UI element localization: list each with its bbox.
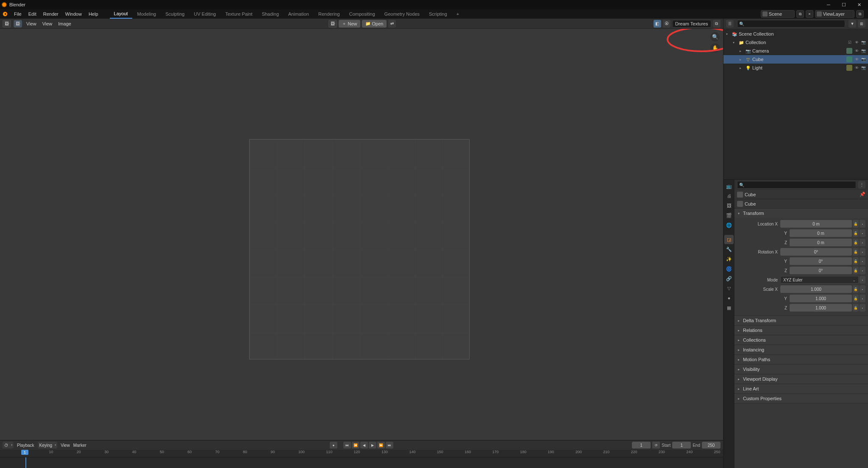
workspace-tab-modeling[interactable]: Modeling [133, 9, 161, 19]
tab-object-icon[interactable]: ◲ [724, 235, 734, 244]
properties-crumb-1[interactable]: Cube📌 [734, 190, 868, 199]
window-minimize-button[interactable]: ─ [821, 0, 836, 9]
outliner-item-light[interactable]: ▸💡 Light 👁📷 [723, 64, 868, 72]
playhead[interactable] [25, 457, 26, 468]
menu-window[interactable]: Window [62, 9, 85, 19]
timeline-keying[interactable]: Keying [38, 442, 58, 448]
outliner-filter-icon[interactable]: ▼ [849, 20, 856, 28]
scene-pin-button[interactable]: × [806, 10, 813, 18]
tab-scene-icon[interactable]: 🎬 [724, 211, 734, 220]
editor-mode-dropdown[interactable]: 🖼 [14, 20, 22, 28]
end-frame-field[interactable]: 250 [702, 442, 721, 448]
eye-icon[interactable]: 👁 [854, 56, 860, 62]
tab-world-icon[interactable]: 🌐 [724, 220, 734, 230]
menu-help[interactable]: Help [86, 9, 101, 19]
link-toggle-icon[interactable]: ⇄ [388, 20, 396, 28]
outliner-new-collection-icon[interactable]: ⊞ [858, 20, 865, 28]
menu-edit[interactable]: Edit [25, 9, 39, 19]
field-location-z[interactable]: 0 m [790, 239, 852, 246]
section-viewport display[interactable]: Viewport Display [734, 374, 868, 384]
tab-data-icon[interactable]: ▽ [724, 284, 734, 293]
current-frame-field[interactable]: 1 [632, 442, 651, 448]
tab-viewlayer-icon[interactable]: 🖼 [724, 201, 734, 210]
outliner-mode-dropdown[interactable]: ☰ [726, 20, 734, 28]
render-icon[interactable]: 📷 [860, 48, 866, 54]
tab-texture-icon[interactable]: ▦ [724, 303, 734, 312]
field-rotation-x[interactable]: 0° [780, 248, 852, 256]
tab-material-icon[interactable]: ● [724, 293, 734, 303]
workspace-tab-sculpting[interactable]: Sculpting [161, 9, 189, 19]
play-button[interactable]: ▶ [369, 442, 376, 448]
jump-end-button[interactable]: ⏭ [386, 442, 393, 448]
window-maximize-button[interactable]: ☐ [837, 0, 851, 9]
field-rotation-y[interactable]: 0° [790, 257, 852, 265]
eye-icon[interactable]: 👁 [854, 65, 860, 71]
tab-output-icon[interactable]: 🖨 [724, 191, 734, 201]
zoom-gizmo-icon[interactable]: 🔍 [710, 32, 720, 42]
anim-dot-icon[interactable]: • [860, 220, 865, 228]
section-delta transform[interactable]: Delta Transform [734, 316, 868, 325]
timeline-ruler[interactable]: 0102030405060708090100110120130140150160… [0, 450, 723, 457]
section-visibility[interactable]: Visibility [734, 365, 868, 374]
pin-icon[interactable]: 📌 [860, 192, 865, 197]
workspace-tab-uvediting[interactable]: UV Editing [189, 9, 220, 19]
properties-search-input[interactable]: 🔍 [737, 181, 856, 189]
section-custom properties[interactable]: Custom Properties [734, 394, 868, 403]
workspace-tab-shading[interactable]: Shading [258, 9, 283, 19]
field-location-y[interactable]: 0 m [790, 229, 852, 237]
workspace-tab-compositing[interactable]: Compositing [345, 9, 379, 19]
new-image-button[interactable]: ＋ New [339, 20, 360, 28]
eye-icon[interactable]: 👁 [854, 48, 860, 54]
tab-physics-icon[interactable]: 🌀 [724, 264, 734, 273]
rotation-mode-dropdown[interactable]: XYZ Euler [780, 276, 859, 284]
menu-view-1[interactable]: View [25, 21, 38, 26]
workspace-tab-animation[interactable]: Animation [284, 9, 313, 19]
image-editor-viewport[interactable]: 🔍 ✋ [0, 29, 723, 440]
editor-type-dropdown[interactable]: 🖼 [3, 20, 11, 28]
render-icon[interactable]: 📷 [860, 65, 866, 71]
tab-particle-icon[interactable]: ✨ [724, 254, 734, 264]
outliner-collection[interactable]: ▾📁 Collection ☑👁📷 [723, 38, 868, 47]
render-icon[interactable]: 📷 [860, 56, 866, 62]
section-motion paths[interactable]: Motion Paths [734, 355, 868, 364]
viewlayer-new-button[interactable]: ⧉ [856, 10, 864, 18]
overlay-toggle-icon[interactable]: ◧ [654, 20, 661, 28]
field-scale-z[interactable]: 1.000 [790, 304, 852, 312]
menu-view-2[interactable]: View [41, 21, 54, 26]
section-line art[interactable]: Line Art [734, 384, 868, 393]
autokey-button[interactable]: ● [330, 442, 337, 448]
dream-textures-run-icon[interactable]: ⧉ [713, 20, 721, 28]
tab-constraint-icon[interactable]: 🔗 [724, 274, 734, 283]
section-relations[interactable]: Relations [734, 326, 868, 335]
field-scale-x[interactable]: 1.000 [780, 285, 852, 293]
gizmo-toggle-icon[interactable]: ⦿ [663, 20, 670, 28]
timeline-view[interactable]: View [61, 443, 70, 448]
menu-render[interactable]: Render [40, 9, 61, 19]
render-icon[interactable]: 📷 [860, 39, 866, 45]
outliner-tree[interactable]: ▾📚 Scene Collection ▾📁 Collection ☑👁📷 ▸📷… [723, 29, 868, 179]
outliner-item-cube[interactable]: ▸▽ Cube 👁📷 [723, 55, 868, 64]
timeline-track[interactable] [0, 457, 723, 468]
section-collections[interactable]: Collections [734, 335, 868, 345]
timeline-marker[interactable]: Marker [73, 443, 86, 448]
next-key-button[interactable]: ⏩ [377, 442, 385, 448]
section-transform[interactable]: Transform [734, 209, 868, 218]
workspace-tab-scripting[interactable]: Scripting [425, 9, 451, 19]
dream-textures-field[interactable]: Dream Textures [672, 20, 711, 28]
scene-new-button[interactable]: ⧉ [796, 10, 804, 18]
timeline-editor-dropdown[interactable]: ⏱ [3, 442, 14, 448]
image-selector-dropdown[interactable]: 🖼 [328, 20, 337, 28]
play-reverse-button[interactable]: ◀ [360, 442, 368, 448]
window-close-button[interactable]: ✕ [852, 0, 866, 9]
menu-image[interactable]: Image [56, 21, 73, 26]
field-rotation-z[interactable]: 0° [790, 267, 852, 274]
properties-crumb-2[interactable]: Cube [734, 199, 868, 209]
viewlayer-selector[interactable]: ViewLayer [815, 10, 854, 18]
section-instancing[interactable]: Instancing [734, 345, 868, 354]
eye-icon[interactable]: 👁 [854, 39, 860, 45]
frame-lock-icon[interactable]: ⟳ [652, 442, 660, 448]
prev-key-button[interactable]: ⏪ [352, 442, 359, 448]
outliner-scene-collection[interactable]: ▾📚 Scene Collection [723, 30, 868, 38]
field-location-x[interactable]: 0 m [780, 220, 852, 228]
blender-icon[interactable] [2, 11, 8, 17]
